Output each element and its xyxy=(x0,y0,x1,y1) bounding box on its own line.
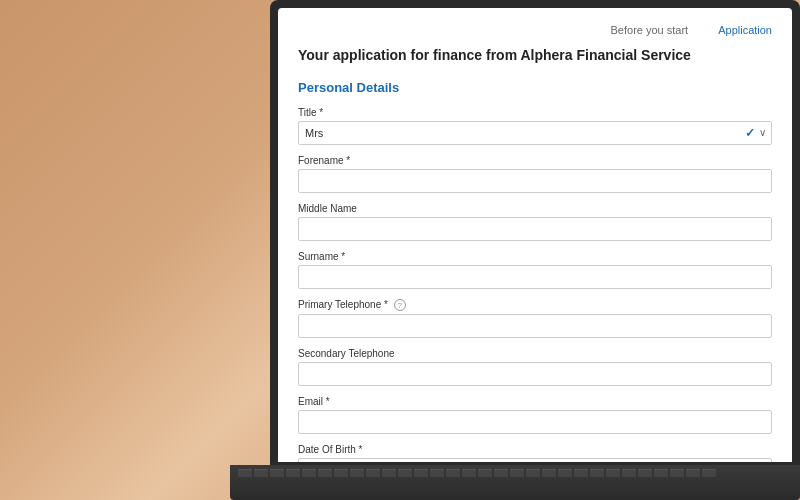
screen: Before you start Application Your applic… xyxy=(278,8,792,462)
top-nav: Before you start Application xyxy=(298,18,772,46)
title-select[interactable]: Mrs Mr Ms Miss Dr xyxy=(298,121,772,145)
key xyxy=(398,469,412,477)
key xyxy=(654,469,668,477)
key xyxy=(414,469,428,477)
primary-telephone-input[interactable] xyxy=(298,314,772,338)
form-group-surname: Surname * xyxy=(298,251,772,289)
form-content: Before you start Application Your applic… xyxy=(278,8,792,462)
secondary-telephone-input[interactable] xyxy=(298,362,772,386)
key xyxy=(558,469,572,477)
surname-input[interactable] xyxy=(298,265,772,289)
key xyxy=(286,469,300,477)
key xyxy=(638,469,652,477)
key xyxy=(478,469,492,477)
keyboard-keys xyxy=(230,465,800,481)
section-heading: Personal Details xyxy=(298,80,772,95)
label-email: Email * xyxy=(298,396,772,407)
forename-input[interactable] xyxy=(298,169,772,193)
key xyxy=(446,469,460,477)
laptop-frame: Before you start Application Your applic… xyxy=(270,0,800,470)
keyboard-area xyxy=(230,465,800,500)
form-group-title: Title * Mrs Mr Ms Miss Dr ✓ ∨ xyxy=(298,107,772,145)
key xyxy=(270,469,284,477)
key xyxy=(606,469,620,477)
key xyxy=(542,469,556,477)
key xyxy=(670,469,684,477)
form-group-date-of-birth: Date Of Birth * xyxy=(298,444,772,462)
key xyxy=(622,469,636,477)
form-group-secondary-telephone: Secondary Telephone xyxy=(298,348,772,386)
select-wrapper-title: Mrs Mr Ms Miss Dr ✓ ∨ xyxy=(298,121,772,145)
key xyxy=(430,469,444,477)
key xyxy=(702,469,716,477)
key xyxy=(318,469,332,477)
form-group-forename: Forename * xyxy=(298,155,772,193)
key xyxy=(590,469,604,477)
key xyxy=(494,469,508,477)
key xyxy=(510,469,524,477)
label-primary-telephone: Primary Telephone * ? xyxy=(298,299,772,311)
key xyxy=(526,469,540,477)
key xyxy=(334,469,348,477)
key xyxy=(686,469,700,477)
key xyxy=(382,469,396,477)
key xyxy=(366,469,380,477)
date-of-birth-input[interactable] xyxy=(298,458,772,462)
label-secondary-telephone: Secondary Telephone xyxy=(298,348,772,359)
nav-item-before-you-start[interactable]: Before you start xyxy=(611,24,689,36)
label-title: Title * xyxy=(298,107,772,118)
form-group-email: Email * xyxy=(298,396,772,434)
label-forename: Forename * xyxy=(298,155,772,166)
key xyxy=(238,469,252,477)
label-date-of-birth: Date Of Birth * xyxy=(298,444,772,455)
form-group-middle-name: Middle Name xyxy=(298,203,772,241)
middle-name-input[interactable] xyxy=(298,217,772,241)
label-middle-name: Middle Name xyxy=(298,203,772,214)
page-title: Your application for finance from Alpher… xyxy=(298,46,772,66)
primary-telephone-info-icon[interactable]: ? xyxy=(394,299,406,311)
form-group-primary-telephone: Primary Telephone * ? xyxy=(298,299,772,338)
key xyxy=(302,469,316,477)
key xyxy=(254,469,268,477)
key xyxy=(350,469,364,477)
label-surname: Surname * xyxy=(298,251,772,262)
key xyxy=(462,469,476,477)
key xyxy=(574,469,588,477)
nav-item-application[interactable]: Application xyxy=(718,24,772,36)
email-input[interactable] xyxy=(298,410,772,434)
